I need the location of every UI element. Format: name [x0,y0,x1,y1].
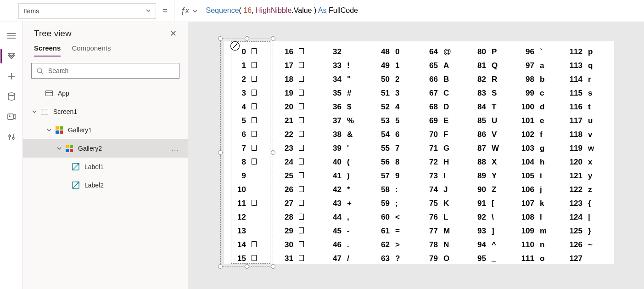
ascii-char: + [344,199,358,208]
close-icon[interactable]: ✕ [170,28,177,39]
ascii-char: ~ [585,240,599,249]
ascii-code: 78 [421,240,441,249]
chevron-down-icon [31,109,38,114]
ascii-char: p [585,47,599,57]
ascii-code: 37 [325,116,344,125]
ascii-cell: 60< [373,210,421,224]
ascii-code: 111 [518,254,537,263]
ascii-code: 40 [325,158,344,167]
ascii-char: m [537,227,551,236]
more-icon[interactable]: ... [171,145,179,152]
ascii-char [296,240,310,249]
search-input[interactable]: Search [31,63,179,79]
ascii-table: 0123456789101112131415161718192021222324… [230,45,614,264]
tree-view-rail-button[interactable] [0,46,22,66]
ascii-code: 120 [566,158,585,167]
tab-screens[interactable]: Screens [34,44,61,57]
data-rail-button[interactable] [0,86,22,107]
ascii-char: ; [392,199,406,208]
ascii-cell: 42* [325,183,373,197]
ascii-char: I [441,171,454,181]
canvas[interactable]: 0123456789101112131415161718192021222324… [188,22,644,289]
ascii-cell: 126~ [566,238,614,252]
resize-handle[interactable] [271,150,275,155]
ascii-char: H [441,158,454,167]
resize-handle[interactable] [218,36,223,41]
ascii-char [296,254,310,263]
ascii-code: 117 [566,116,585,125]
property-selector[interactable]: Items [18,3,156,19]
ascii-char: 3 [392,89,406,98]
insert-rail-button[interactable] [0,66,22,86]
ascii-cell: 39' [325,142,373,155]
ascii-cell: 524 [373,100,421,114]
advanced-tools-rail-button[interactable] [0,127,22,147]
tree-node-label1[interactable]: Label1 [23,158,188,176]
ascii-cell: 71G [421,142,470,155]
resize-handle[interactable] [245,264,249,269]
tree-node-screen1[interactable]: Screen1 [23,102,188,121]
ascii-code: 58 [373,185,392,194]
ascii-cell: 491 [373,59,421,73]
svg-point-11 [37,68,42,73]
ascii-cell: 513 [373,86,421,100]
resize-handle[interactable] [218,150,223,155]
control-char-icon [299,200,304,206]
ascii-code: 77 [421,227,441,236]
ascii-char: 9 [392,171,406,181]
ascii-cell: 79O [421,252,470,266]
ascii-char: ! [344,61,358,70]
ascii-char: / [344,254,358,263]
ascii-char: V [489,130,503,139]
ascii-code: 61 [373,227,392,236]
tree-node-label: Gallery2 [78,145,102,152]
ascii-cell: 99c [518,86,566,100]
ascii-cell: 96` [518,45,566,59]
ascii-char: C [441,89,454,98]
ascii-char: _ [489,254,503,263]
formula-input[interactable]: Sequence( 16, HighNibble.Value ) As Full… [202,6,644,15]
hamburger-button[interactable] [0,26,22,46]
tree-view-title: Tree view [34,28,170,39]
formula-bar: Items = ƒx Sequence( 16, HighNibble.Valu… [0,0,644,22]
ascii-cell: 94^ [470,238,518,252]
ascii-code: 112 [566,47,585,57]
ascii-char: x [585,158,599,167]
fx-label[interactable]: ƒx [174,6,202,16]
media-rail-button[interactable] [0,107,22,127]
ascii-cell: 83S [470,86,518,100]
ascii-char: a [537,61,551,70]
ascii-char: c [537,89,551,98]
artboard[interactable]: 0123456789101112131415161718192021222324… [224,41,614,264]
ascii-cell: 44, [325,210,373,224]
ascii-char: J [441,185,454,194]
tree-node-label2[interactable]: Label2 [23,176,188,194]
ascii-code: 35 [325,89,344,98]
tree-node-gallery2[interactable]: Gallery2 ... [23,139,188,158]
control-char-icon [299,255,304,261]
ascii-cell: 120x [566,155,614,169]
tree-node-gallery1[interactable]: Gallery1 [23,121,188,139]
ascii-code: 23 [277,144,296,153]
template-edit-icon[interactable] [230,41,240,51]
ascii-cell: 118v [566,128,614,142]
resize-handle[interactable] [245,36,249,41]
ascii-code: 106 [518,185,537,194]
tab-components[interactable]: Components [72,44,111,57]
ascii-code: 101 [518,116,537,125]
ascii-char [296,199,310,208]
resize-handle[interactable] [218,264,223,269]
ascii-char: v [585,130,599,139]
gallery-icon [65,144,73,153]
resize-handle[interactable] [271,36,275,41]
resize-handle[interactable] [271,264,275,269]
tree-node-app[interactable]: App [23,84,188,102]
ascii-code: 42 [325,185,344,194]
svg-rect-6 [8,114,13,119]
control-char-icon [299,186,304,192]
ascii-code: 123 [566,199,585,208]
control-char-icon [299,48,304,54]
gallery-selection[interactable] [220,39,273,266]
ascii-code: 30 [277,240,296,249]
chevron-down-icon [56,146,62,151]
